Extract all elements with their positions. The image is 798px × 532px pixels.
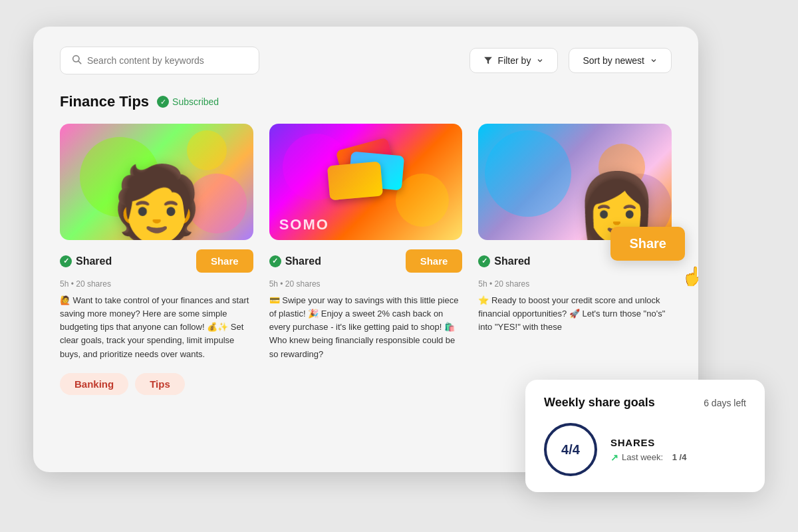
card-1-text: 🙋 Want to take control of your finances … bbox=[60, 294, 253, 361]
share-overlay: Share 👆 bbox=[610, 227, 685, 261]
tag-banking: Banking bbox=[60, 373, 128, 395]
card-1-meta: 5h • 20 shares bbox=[60, 279, 253, 289]
last-week-row: ↗ Last week: 1 /4 bbox=[610, 452, 686, 463]
card-2-shared-label: Shared bbox=[285, 255, 321, 267]
check-circle-icon: ✓ bbox=[157, 96, 169, 108]
svg-line-1 bbox=[78, 61, 81, 64]
goals-header: Weekly share goals 6 days left bbox=[544, 396, 746, 410]
goals-body: 4/4 SHARES ↗ Last week: 1 /4 bbox=[544, 423, 746, 476]
last-week-value: 1 /4 bbox=[672, 452, 687, 462]
card-3-shared-label: Shared bbox=[494, 255, 530, 267]
card-2-action-row: ✓ Shared Share bbox=[269, 249, 463, 273]
card-image-1: 🧑 bbox=[60, 124, 253, 240]
filter-label: Filter by bbox=[498, 55, 531, 66]
filter-icon bbox=[483, 56, 493, 65]
card-2-shared-status: ✓ Shared bbox=[269, 255, 321, 267]
card-3-meta: 5h • 20 shares bbox=[478, 279, 672, 289]
sort-label: Sort by newest bbox=[583, 55, 644, 66]
subscribed-label: Subscribed bbox=[172, 96, 219, 107]
search-icon bbox=[71, 54, 82, 67]
search-input[interactable] bbox=[87, 55, 248, 66]
card2-brand-text: SOMO bbox=[279, 216, 329, 233]
shared-check-icon-2: ✓ bbox=[269, 255, 281, 267]
progress-circle: 4/4 bbox=[544, 423, 597, 476]
trend-arrow-icon: ↗ bbox=[610, 452, 618, 463]
progress-text: 4/4 bbox=[561, 442, 580, 458]
section-header: Finance Tips ✓ Subscribed bbox=[60, 93, 672, 110]
sort-button[interactable]: Sort by newest bbox=[569, 48, 672, 73]
card-2-text: 💳 Swipe your way to savings with this li… bbox=[269, 294, 463, 361]
card-1-share-button[interactable]: Share bbox=[196, 249, 253, 273]
card-image-3: 👩 bbox=[478, 124, 672, 240]
card-2-share-button[interactable]: Share bbox=[406, 249, 463, 273]
shared-check-icon-3: ✓ bbox=[478, 255, 490, 267]
shares-label: SHARES bbox=[610, 437, 686, 448]
last-week-label: Last week: bbox=[622, 452, 663, 462]
tag-tips: Tips bbox=[135, 373, 185, 395]
card-1-shared-label: Shared bbox=[76, 255, 112, 267]
goals-title: Weekly share goals bbox=[544, 396, 655, 410]
share-overlay-button[interactable]: Share bbox=[610, 227, 685, 261]
card-image-2: SOMO bbox=[269, 124, 463, 240]
chevron-down-icon-sort bbox=[650, 57, 658, 65]
card-1-tags: Banking Tips bbox=[60, 373, 253, 395]
content-card-3: 👩 Share 👆 ✓ Shared Share 5h • 20 shares bbox=[478, 124, 672, 395]
filter-button[interactable]: Filter by bbox=[469, 48, 559, 73]
weekly-goals-card: Weekly share goals 6 days left 4/4 SHARE… bbox=[525, 380, 765, 492]
card-1-action-row: ✓ Shared Share bbox=[60, 249, 253, 273]
goals-info: SHARES ↗ Last week: 1 /4 bbox=[610, 437, 686, 463]
content-card-1: 🧑 ✓ Shared Share 5h • 20 shares 🙋 Want t… bbox=[60, 124, 253, 395]
top-bar: Filter by Sort by newest bbox=[60, 47, 672, 74]
card-2-meta: 5h • 20 shares bbox=[269, 279, 463, 289]
card-3-shared-status: ✓ Shared bbox=[478, 255, 530, 267]
chevron-down-icon bbox=[536, 57, 544, 65]
subscribed-badge: ✓ Subscribed bbox=[157, 96, 219, 108]
cursor-icon: 👆 bbox=[682, 265, 698, 287]
content-grid: 🧑 ✓ Shared Share 5h • 20 shares 🙋 Want t… bbox=[60, 124, 672, 395]
days-left: 6 days left bbox=[704, 398, 746, 408]
card-3-text: ⭐ Ready to boost your credit score and u… bbox=[478, 294, 672, 334]
search-box[interactable] bbox=[60, 47, 259, 74]
shared-check-icon: ✓ bbox=[60, 255, 72, 267]
content-card-2: SOMO ✓ Shared Share 5h • 20 shares 💳 Swi… bbox=[269, 124, 463, 395]
card-1-shared-status: ✓ Shared bbox=[60, 255, 112, 267]
svg-marker-2 bbox=[484, 57, 492, 65]
section-title: Finance Tips bbox=[60, 93, 149, 110]
